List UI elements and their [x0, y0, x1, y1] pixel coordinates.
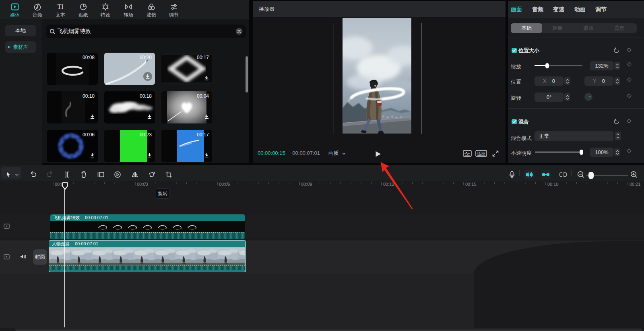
svg-text:00:15: 00:15: [465, 182, 477, 187]
svg-text:00:18: 00:18: [547, 182, 559, 187]
svg-text:00:21: 00:21: [630, 182, 641, 187]
svg-text:00:03: 00:03: [137, 182, 148, 187]
svg-text:00:09: 00:09: [301, 182, 312, 187]
svg-text:适应: 适应: [477, 151, 486, 156]
svg-text:TI: TI: [57, 3, 63, 10]
svg-text:00:06: 00:06: [219, 182, 230, 187]
